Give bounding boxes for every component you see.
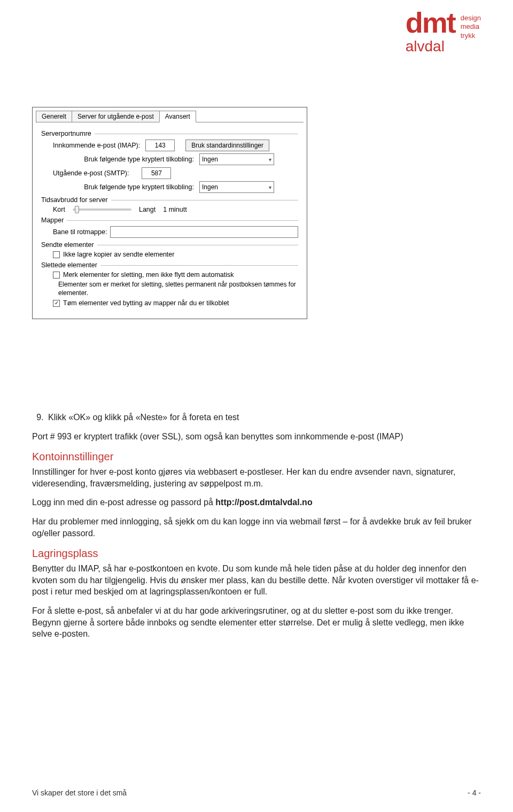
group-timeout: Tidsavbrudd for server — [41, 196, 298, 204]
port-note: Port # 993 er kryptert trafikk (over SSL… — [32, 431, 481, 443]
heading-lagringsplass: Lagringsplass — [32, 546, 481, 561]
timeout-slider[interactable] — [73, 208, 131, 211]
page-footer: Vi skaper det store i det små - 4 - — [32, 788, 481, 797]
step-9: Klikk «OK» og klikk på «Neste» for å for… — [46, 412, 481, 423]
timeout-long-label: Langt — [139, 206, 156, 213]
footer-slogan: Vi skaper det store i det små — [32, 788, 127, 797]
tab-avansert[interactable]: Avansert — [159, 111, 196, 122]
rootpath-label: Bane til rotmappe: — [53, 228, 107, 236]
tab-bar: Generelt Server for utgående e-post Avan… — [33, 107, 307, 122]
group-sent: Sendte elementer — [41, 241, 298, 249]
webmail-url: http://post.dmtalvdal.no — [215, 498, 312, 507]
lagring-p1: Benytter du IMAP, så har e-postkontoen e… — [32, 563, 481, 598]
imap-enc-select[interactable]: Ingen ▾ — [199, 153, 274, 165]
logo-tag-trykk: trykk — [461, 32, 481, 40]
heading-kontoinnstillinger: Kontoinnstillinger — [32, 450, 481, 464]
rootpath-input[interactable] — [110, 226, 298, 238]
page-number: - 4 - — [468, 788, 481, 797]
group-serverportnumre: Serverportnumre — [41, 130, 298, 137]
logo-sub: alvdal — [406, 38, 481, 55]
imap-port-input[interactable] — [145, 140, 175, 151]
document-body: Klikk «OK» og klikk på «Neste» for å for… — [32, 412, 481, 647]
konto-p1: Innstillinger for hver e-post konto gjør… — [32, 466, 481, 489]
tab-utgaende[interactable]: Server for utgående e-post — [72, 111, 160, 122]
standard-settings-button[interactable]: Bruk standardinnstillinger — [185, 140, 269, 151]
mark-delete-label: Merk elementer for sletting, men ikke fl… — [63, 271, 234, 279]
imap-enc-label: Bruk følgende type kryptert tilkobling: — [41, 156, 196, 163]
timeout-value: 1 minutt — [163, 206, 186, 213]
mark-delete-checkbox[interactable] — [53, 272, 60, 279]
logo-taglines: design media trykk — [461, 10, 481, 40]
smtp-enc-label: Bruk følgende type kryptert tilkobling: — [41, 183, 196, 191]
tab-generelt[interactable]: Generelt — [36, 111, 72, 122]
chevron-down-icon: ▾ — [269, 157, 271, 163]
purge-label: Tøm elementer ved bytting av mapper når … — [63, 299, 229, 307]
purge-checkbox[interactable]: ✓ — [53, 300, 60, 307]
smtp-enc-select[interactable]: Ingen ▾ — [199, 181, 274, 193]
logo-tag-media: media — [461, 22, 481, 31]
sent-copy-checkbox[interactable] — [53, 251, 60, 258]
brand-logo: dmt design media trykk alvdal — [406, 10, 481, 55]
group-folders: Mapper — [41, 216, 298, 224]
konto-p3: Har du problemer med innlogging, så sjek… — [32, 516, 481, 539]
smtp-port-input[interactable] — [142, 167, 171, 179]
sent-copy-label: Ikke lagre kopier av sendte elementer — [63, 251, 174, 258]
settings-dialog: Generelt Server for utgående e-post Avan… — [32, 107, 307, 319]
chevron-down-icon: ▾ — [269, 184, 271, 190]
group-deleted: Slettede elementer — [41, 261, 298, 269]
lagring-p2: For å slette e-post, så anbefaler vi at … — [32, 605, 481, 640]
konto-p2: Logg inn med din e-post adresse og passo… — [32, 497, 481, 508]
imap-label: Innkommende e-post (IMAP): — [53, 142, 142, 149]
timeout-short-label: Kort — [53, 206, 65, 213]
delete-note: Elementer som er merket for sletting, sl… — [58, 281, 298, 297]
logo-dmt: dmt — [406, 10, 455, 36]
smtp-label: Utgående e-post (SMTP): — [53, 169, 129, 177]
logo-tag-design: design — [461, 14, 481, 22]
